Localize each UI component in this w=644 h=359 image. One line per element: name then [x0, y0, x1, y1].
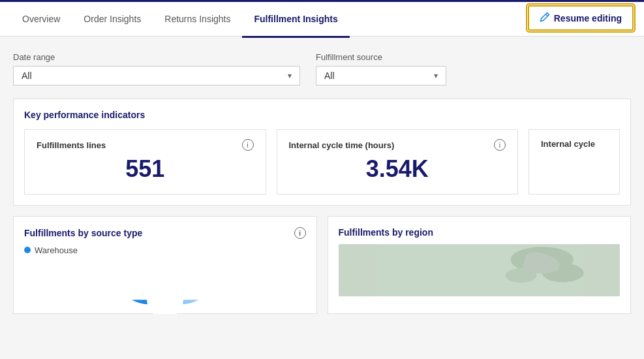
kpi-partial-title: Internal cycle — [541, 139, 595, 149]
kpi-card-title-internal-cycle-hours: Internal cycle time (hours) — [289, 140, 395, 150]
fulfillments-by-region-card: Fulfillments by region — [328, 216, 632, 314]
resume-editing-button[interactable]: Resume editing — [528, 5, 634, 31]
filter-row: Date range All ▾ Fulfillment source All … — [13, 52, 631, 86]
kpi-cards-row: Fulfillments lines i 551 Internal cycle … — [24, 129, 620, 195]
fulfillment-source-select[interactable]: All ▾ — [316, 66, 446, 86]
date-range-chevron-icon: ▾ — [288, 71, 292, 80]
tab-returns-insights[interactable]: Returns Insights — [153, 2, 242, 38]
warehouse-legend-label: Warehouse — [35, 245, 78, 255]
kpi-section: Key performance indicators Fulfillments … — [13, 99, 631, 206]
svg-point-0 — [147, 281, 183, 314]
map-area — [339, 244, 621, 296]
fulfillments-by-source-card: Fulfillments by source type i Warehouse — [13, 216, 317, 314]
kpi-info-icon-fulfillment-lines[interactable]: i — [242, 139, 254, 151]
kpi-card-fulfillment-lines: Fulfillments lines i 551 — [24, 129, 266, 195]
kpi-card-internal-cycle-hours: Internal cycle time (hours) i 3.54K — [277, 129, 519, 195]
kpi-card-title-fulfillment-lines: Fulfillments lines — [37, 140, 106, 150]
fulfillments-by-source-info-icon[interactable]: i — [294, 227, 306, 239]
kpi-info-icon-internal-cycle-hours[interactable]: i — [494, 139, 506, 151]
donut-chart-area — [24, 258, 306, 303]
date-range-label: Date range — [13, 52, 300, 62]
kpi-section-title: Key performance indicators — [24, 110, 620, 120]
map-svg — [339, 244, 621, 296]
fulfillment-source-filter-group: Fulfillment source All ▾ — [316, 52, 446, 86]
bottom-row: Fulfillments by source type i Warehouse … — [13, 216, 631, 314]
resume-editing-label: Resume editing — [554, 13, 622, 23]
top-nav-bar: OverviewOrder InsightsReturns InsightsFu… — [0, 0, 644, 37]
fulfillment-source-value: All — [324, 70, 335, 81]
main-content: Date range All ▾ Fulfillment source All … — [0, 37, 644, 359]
donut-chart-svg — [126, 260, 204, 303]
warehouse-legend-dot — [24, 247, 31, 253]
tab-order-insights[interactable]: Order Insights — [72, 2, 153, 38]
date-range-filter-group: Date range All ▾ — [13, 52, 300, 86]
fulfillment-source-label: Fulfillment source — [316, 52, 446, 62]
fulfillments-by-region-title: Fulfillments by region — [339, 227, 621, 238]
warehouse-legend-item: Warehouse — [24, 245, 306, 255]
pencil-icon — [540, 12, 550, 24]
kpi-value-internal-cycle-hours: 3.54K — [289, 156, 506, 182]
kpi-value-fulfillment-lines: 551 — [37, 156, 254, 182]
date-range-value: All — [22, 70, 32, 81]
kpi-card-partial: Internal cycle — [529, 129, 620, 195]
fulfillments-by-source-title: Fulfillments by source type i — [24, 227, 306, 239]
fulfillment-source-chevron-icon: ▾ — [434, 71, 438, 80]
date-range-select[interactable]: All ▾ — [13, 66, 300, 86]
tab-overview[interactable]: Overview — [10, 2, 72, 38]
tab-fulfillment-insights[interactable]: Fulfillment Insights — [242, 2, 349, 38]
